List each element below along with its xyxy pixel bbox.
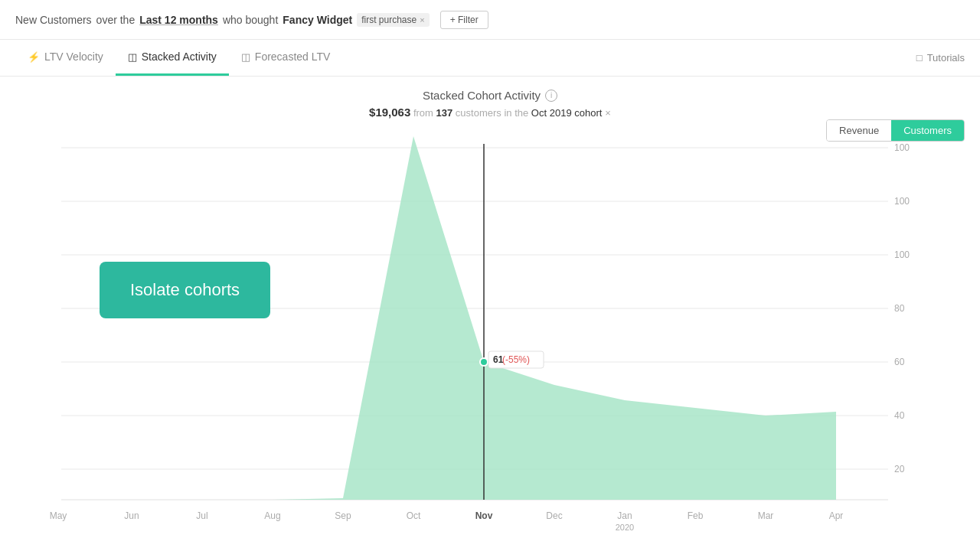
tutorials-button[interactable]: □ Tutorials (916, 52, 965, 64)
period-label[interactable]: Last 12 months (139, 14, 218, 26)
product-label: Fancy Widget (283, 14, 352, 26)
x-label-jul: Jul (196, 510, 207, 521)
cohort-close-icon[interactable]: × (605, 107, 611, 119)
year-label: 2020 (616, 523, 634, 532)
tab-forecasted-ltv-label: Forecasted LTV (255, 51, 331, 63)
chart-svg: 100 100 100 80 60 40 20 61 (-55%) (0, 125, 980, 538)
forecasted-ltv-icon: ◫ (241, 51, 250, 63)
info-icon[interactable]: i (545, 90, 557, 102)
x-label-oct: Oct (407, 510, 421, 521)
x-label-apr: Apr (829, 510, 844, 521)
tab-stacked-activity[interactable]: ◫ Stacked Activity (116, 40, 229, 76)
x-label-aug: Aug (264, 510, 280, 521)
svg-text:80: 80 (894, 303, 905, 314)
x-label-mar: Mar (758, 510, 774, 521)
x-label-jan: Jan (617, 510, 632, 521)
svg-text:20: 20 (894, 464, 905, 474)
new-customers-label: New Customers (15, 14, 92, 26)
cohort-tag: Oct 2019 cohort × (531, 107, 611, 119)
x-label-sep: Sep (335, 510, 351, 521)
tab-ltv-velocity[interactable]: ⚡ LTV Velocity (15, 40, 116, 76)
svg-text:100: 100 (894, 196, 910, 207)
svg-text:40: 40 (894, 410, 905, 421)
filter-button[interactable]: + Filter (440, 11, 488, 29)
tooltip-pct: (-55%) (502, 354, 530, 365)
x-label-dec: Dec (546, 510, 562, 521)
ltv-velocity-icon: ⚡ (28, 51, 40, 63)
filter-bar: New Customers over the Last 12 months wh… (0, 0, 980, 40)
chart-title: Stacked Cohort Activity i (423, 89, 557, 102)
x-label-may: May (50, 510, 67, 521)
svg-text:100: 100 (894, 142, 910, 153)
stacked-activity-icon: ◫ (128, 51, 137, 63)
first-purchase-tag[interactable]: first purchase × (357, 13, 429, 27)
chart-subtitle: $19,063 from 137 customers in the Oct 20… (0, 106, 980, 119)
over-the-label: over the (96, 14, 136, 26)
revenue-amount: $19,063 (369, 106, 410, 119)
x-label-feb: Feb (688, 510, 704, 521)
svg-text:100: 100 (894, 249, 910, 260)
isolate-cohorts-button[interactable]: Isolate cohorts (100, 262, 270, 318)
cohort-label: Oct 2019 cohort (531, 107, 603, 119)
tooltip-dot (480, 358, 488, 366)
customer-count: 137 (436, 107, 453, 119)
x-label-jun: Jun (124, 510, 139, 521)
tab-stacked-activity-label: Stacked Activity (142, 51, 217, 63)
svg-text:60: 60 (894, 357, 905, 367)
tutorials-icon: □ (916, 52, 923, 64)
tutorials-label: Tutorials (927, 52, 965, 64)
tag-close-icon[interactable]: × (420, 15, 424, 24)
tab-forecasted-ltv[interactable]: ◫ Forecasted LTV (229, 40, 343, 76)
chart-header: Stacked Cohort Activity i $19,063 from 1… (0, 89, 980, 119)
tab-ltv-velocity-label: LTV Velocity (44, 51, 103, 63)
tag-label: first purchase (361, 15, 416, 25)
x-label-nov: Nov (475, 510, 493, 521)
chart-area: Stacked Cohort Activity i $19,063 from 1… (0, 77, 980, 551)
who-bought-label: who bought (223, 14, 278, 26)
tab-bar: ⚡ LTV Velocity ◫ Stacked Activity ◫ Fore… (0, 40, 980, 77)
